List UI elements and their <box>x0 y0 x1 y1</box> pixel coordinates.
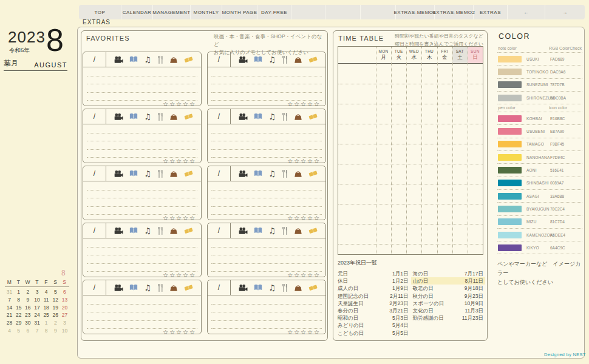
mini-calendar-day[interactable]: 13 <box>60 296 69 304</box>
memo-lines[interactable] <box>211 125 322 158</box>
mini-calendar-day[interactable]: 5 <box>14 327 23 335</box>
star-rating[interactable]: ☆☆☆☆☆ <box>287 272 321 278</box>
mini-calendar-day[interactable]: 9 <box>23 296 32 304</box>
tab-top[interactable]: TOP <box>79 5 121 19</box>
star-rating[interactable]: ☆☆☆☆☆ <box>163 329 196 335</box>
mini-calendar-day[interactable]: 8 <box>14 296 23 304</box>
color-row-usubeni[interactable]: USUBENIE87A90 <box>497 125 582 138</box>
color-row-shinbashi[interactable]: SHINBASHI0089A7 <box>497 177 582 190</box>
star-rating[interactable]: ☆☆☆☆☆ <box>287 329 321 335</box>
mini-calendar-day[interactable]: 20 <box>60 304 69 312</box>
mini-calendar-day[interactable]: 6 <box>23 327 32 335</box>
mini-calendar-day[interactable]: 10 <box>32 296 41 304</box>
color-row-kamenozoki[interactable]: KAMENOZOKIA5DEE4 <box>497 229 582 241</box>
mini-calendar-day[interactable]: 8 <box>42 327 51 335</box>
mini-calendar-day[interactable]: 23 <box>23 311 32 319</box>
date-cell[interactable]: / <box>83 109 106 124</box>
mini-calendar-day[interactable]: 17 <box>32 304 41 312</box>
date-cell[interactable]: / <box>83 52 106 67</box>
memo-lines[interactable] <box>211 182 322 215</box>
color-row-aoni[interactable]: AONI516E41 <box>497 164 582 177</box>
mini-calendar-day[interactable]: 6 <box>60 288 69 296</box>
mini-calendar-day[interactable]: 16 <box>23 304 32 312</box>
mini-calendar-day[interactable]: 1 <box>42 319 51 327</box>
mini-calendar-day[interactable]: 2 <box>23 288 32 296</box>
date-cell[interactable]: / <box>208 109 231 124</box>
date-cell[interactable]: / <box>83 280 106 295</box>
favorite-card[interactable]: /♫☆☆☆☆☆ <box>207 223 326 277</box>
favorite-card[interactable]: /♫☆☆☆☆☆ <box>207 52 326 106</box>
mini-calendar-day[interactable]: 19 <box>51 304 60 312</box>
tab-extras-memo1[interactable]: EXTRAS-MEMO1 <box>396 5 435 19</box>
color-row-nanohana[interactable]: NANOHANAF7D94C <box>497 151 582 164</box>
mini-calendar-day[interactable]: 28 <box>5 319 14 327</box>
tab-calendar[interactable]: CALENDAR <box>121 5 153 19</box>
color-row-byakugun[interactable]: BYAKUGUN78C2C4 <box>497 203 582 215</box>
star-rating[interactable]: ☆☆☆☆☆ <box>163 158 196 164</box>
nav-prev-button[interactable]: ← <box>508 5 545 19</box>
mini-calendar-day[interactable]: 2 <box>51 319 60 327</box>
memo-lines[interactable] <box>211 296 322 329</box>
favorite-card[interactable]: /♫☆☆☆☆☆ <box>83 52 202 106</box>
favorite-card[interactable]: /♫☆☆☆☆☆ <box>207 166 326 220</box>
memo-lines[interactable] <box>87 296 197 329</box>
mini-calendar-day[interactable]: 4 <box>5 327 14 335</box>
mini-calendar-day[interactable]: 25 <box>42 311 51 319</box>
date-cell[interactable]: / <box>83 166 106 181</box>
tab-monthly[interactable]: MONTHLY <box>191 5 222 19</box>
color-row-tamago[interactable]: TAMAGOF9BF45 <box>497 138 582 151</box>
memo-lines[interactable] <box>87 239 197 272</box>
tab-day-free[interactable]: DAY-FREE <box>257 5 291 19</box>
favorite-card[interactable]: /♫☆☆☆☆☆ <box>207 109 326 163</box>
date-cell[interactable]: / <box>208 52 231 67</box>
memo-lines[interactable] <box>211 239 322 272</box>
color-row-sunezumi[interactable]: SUNEZUMI787D7B <box>497 79 582 92</box>
favorite-card[interactable]: /♫☆☆☆☆☆ <box>83 109 202 163</box>
star-rating[interactable]: ☆☆☆☆☆ <box>287 101 321 107</box>
color-row-usuki[interactable]: USUKIFAD689 <box>497 53 582 66</box>
star-rating[interactable]: ☆☆☆☆☆ <box>287 215 321 221</box>
mini-calendar-day[interactable]: 31 <box>5 288 14 296</box>
mini-calendar-day[interactable]: 22 <box>14 311 23 319</box>
favorite-card[interactable]: /♫☆☆☆☆☆ <box>83 223 202 277</box>
favorite-card[interactable]: /♫☆☆☆☆☆ <box>83 166 202 220</box>
mini-calendar-day[interactable]: 5 <box>51 288 60 296</box>
mini-calendar-day[interactable]: 3 <box>32 288 41 296</box>
mini-calendar-day[interactable]: 31 <box>32 319 41 327</box>
mini-calendar-day[interactable]: 21 <box>5 311 14 319</box>
mini-calendar-day[interactable]: 27 <box>60 311 69 319</box>
mini-calendar-day[interactable]: 14 <box>5 304 14 312</box>
color-row-kikyo[interactable]: KIKYO6A4C9C <box>497 241 582 254</box>
mini-calendar-day[interactable]: 29 <box>14 319 23 327</box>
mini-calendar-day[interactable]: 10 <box>60 327 69 335</box>
tab-month-page[interactable]: MONTH PAGE <box>222 5 257 19</box>
tab-management[interactable]: MANAGEMENT <box>153 5 191 19</box>
memo-lines[interactable] <box>87 68 197 101</box>
mini-calendar-day[interactable]: 18 <box>42 304 51 312</box>
nav-next-button[interactable]: → <box>545 5 585 19</box>
tab-extras[interactable]: EXTRAS <box>474 5 508 19</box>
favorite-card[interactable]: /♫☆☆☆☆☆ <box>207 280 326 334</box>
timetable-grid[interactable]: MON月TUE火WED水THU木FRI金SAT土SUN日 <box>338 46 483 255</box>
favorite-card[interactable]: /♫☆☆☆☆☆ <box>83 280 202 334</box>
mini-calendar-day[interactable]: 15 <box>14 304 23 312</box>
date-cell[interactable]: / <box>208 280 231 295</box>
color-row-kohbai[interactable]: KOHBAIE16B8C <box>497 112 582 125</box>
mini-calendar-day[interactable]: 12 <box>51 296 60 304</box>
memo-lines[interactable] <box>211 68 322 101</box>
memo-lines[interactable] <box>87 182 197 215</box>
date-cell[interactable]: / <box>208 223 231 238</box>
mini-calendar-day[interactable]: 3 <box>60 319 69 327</box>
star-rating[interactable]: ☆☆☆☆☆ <box>163 215 196 221</box>
memo-lines[interactable] <box>87 125 197 158</box>
mini-calendar-day[interactable]: 7 <box>5 296 14 304</box>
date-cell[interactable]: / <box>208 166 231 181</box>
mini-calendar-day[interactable]: 26 <box>51 311 60 319</box>
color-row-asagi[interactable]: ASAGI33A6B8 <box>497 190 582 203</box>
mini-calendar-day[interactable]: 9 <box>51 327 60 335</box>
mini-calendar-day[interactable]: 30 <box>23 319 32 327</box>
mini-calendar-day[interactable]: 11 <box>42 296 51 304</box>
mini-calendar-day[interactable]: 24 <box>32 311 41 319</box>
star-rating[interactable]: ☆☆☆☆☆ <box>287 158 321 164</box>
date-cell[interactable]: / <box>83 223 106 238</box>
